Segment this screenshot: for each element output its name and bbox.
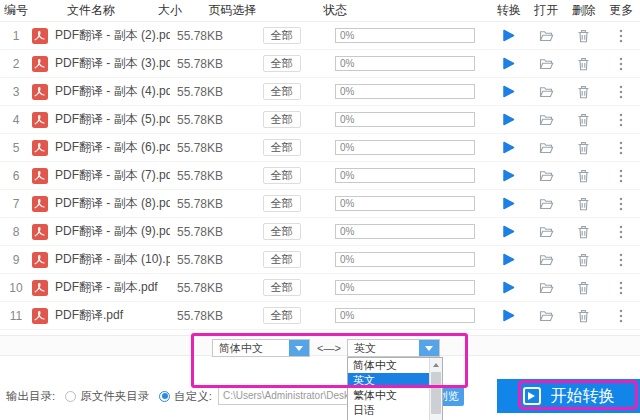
- more-button[interactable]: [603, 141, 640, 155]
- convert-button[interactable]: [490, 29, 528, 42]
- page-select-button[interactable]: 全部: [263, 55, 301, 72]
- convert-button[interactable]: [490, 253, 528, 266]
- dropdown-option[interactable]: 日语: [348, 403, 429, 418]
- more-button[interactable]: [603, 85, 640, 99]
- more-button[interactable]: [603, 57, 640, 71]
- folder-open-icon: [539, 309, 554, 322]
- page-select-button[interactable]: 全部: [263, 279, 301, 296]
- more-button[interactable]: [603, 169, 640, 183]
- more-button[interactable]: [603, 113, 640, 127]
- table-row[interactable]: 8 PDF翻译 - 副本 (9).pdf 55.78KB 全部 0%: [0, 218, 640, 246]
- trash-icon: [577, 57, 590, 71]
- open-button[interactable]: [528, 197, 566, 210]
- scroll-up-button[interactable]: [430, 358, 442, 371]
- page-select-button[interactable]: 全部: [263, 251, 301, 268]
- delete-button[interactable]: [565, 85, 603, 99]
- page-select-button[interactable]: 全部: [263, 27, 301, 44]
- table-row[interactable]: 9 PDF翻译 - 副本 (10).pdf 55.78KB 全部 0%: [0, 246, 640, 274]
- row-number: 3: [0, 85, 32, 99]
- folder-open-icon: [539, 225, 554, 238]
- convert-button[interactable]: [490, 197, 528, 210]
- open-button[interactable]: [528, 57, 566, 70]
- open-button[interactable]: [528, 309, 566, 322]
- page-select-button[interactable]: 全部: [263, 111, 301, 128]
- table-row[interactable]: 7 PDF翻译 - 副本 (8).pdf 55.78KB 全部 0%: [0, 190, 640, 218]
- table-row[interactable]: 11 PDF翻译.pdf 55.78KB 全部 0%: [0, 302, 640, 330]
- source-language-dropdown-button[interactable]: [289, 340, 309, 356]
- delete-button[interactable]: [565, 309, 603, 323]
- play-icon: [502, 29, 515, 42]
- convert-button[interactable]: [490, 281, 528, 294]
- open-button[interactable]: [528, 169, 566, 182]
- convert-button[interactable]: [490, 169, 528, 182]
- more-button[interactable]: [603, 309, 640, 323]
- delete-button[interactable]: [565, 29, 603, 43]
- convert-button[interactable]: [490, 141, 528, 154]
- radio-custom-folder-label: 自定义:: [174, 389, 212, 404]
- more-button[interactable]: [603, 281, 640, 295]
- scrollbar-thumb[interactable]: [431, 372, 441, 414]
- target-language-select[interactable]: 英文: [347, 339, 440, 357]
- play-icon: [502, 197, 515, 210]
- convert-button[interactable]: [490, 57, 528, 70]
- header-open: 打开: [528, 2, 566, 19]
- more-ellipsis-icon: [619, 309, 623, 323]
- more-button[interactable]: [603, 253, 640, 267]
- table-row[interactable]: 4 PDF翻译 - 副本 (5).pdf 55.78KB 全部 0%: [0, 106, 640, 134]
- open-button[interactable]: [528, 253, 566, 266]
- folder-open-icon: [539, 169, 554, 182]
- dropdown-option[interactable]: 简体中文: [348, 358, 429, 373]
- file-name: PDF翻译 - 副本 (10).pdf: [55, 251, 170, 268]
- open-button[interactable]: [528, 281, 566, 294]
- table-row[interactable]: 2 PDF翻译 - 副本 (3).pdf 55.78KB 全部 0%: [0, 50, 640, 78]
- convert-button[interactable]: [490, 113, 528, 126]
- delete-button[interactable]: [565, 253, 603, 267]
- folder-open-icon: [539, 141, 554, 154]
- table-row[interactable]: 5 PDF翻译 - 副本 (6).pdf 55.78KB 全部 0%: [0, 134, 640, 162]
- source-language-value: 简体中文: [213, 340, 289, 356]
- open-button[interactable]: [528, 29, 566, 42]
- table-row[interactable]: 6 PDF翻译 - 副本 (7).pdf 55.78KB 全部 0%: [0, 162, 640, 190]
- table-row[interactable]: 10 PDF翻译 - 副本.pdf 55.78KB 全部 0%: [0, 274, 640, 302]
- open-button[interactable]: [528, 113, 566, 126]
- radio-original-folder[interactable]: [65, 391, 76, 402]
- open-button[interactable]: [528, 85, 566, 98]
- delete-button[interactable]: [565, 57, 603, 71]
- source-language-select[interactable]: 简体中文: [212, 339, 310, 357]
- dropdown-option[interactable]: 繁体中文: [348, 388, 429, 403]
- open-button[interactable]: [528, 225, 566, 238]
- more-button[interactable]: [603, 29, 640, 43]
- dropdown-scrollbar[interactable]: [429, 358, 442, 420]
- convert-button[interactable]: [490, 85, 528, 98]
- delete-button[interactable]: [565, 197, 603, 211]
- file-size: 55.78KB: [170, 85, 230, 99]
- radio-custom-folder[interactable]: [159, 391, 170, 402]
- target-language-dropdown-button[interactable]: [419, 340, 439, 356]
- pdf-file-icon: [32, 112, 48, 128]
- more-button[interactable]: [603, 225, 640, 239]
- file-name: PDF翻译 - 副本 (4).pdf: [55, 83, 170, 100]
- table-row[interactable]: 3 PDF翻译 - 副本 (4).pdf 55.78KB 全部 0%: [0, 78, 640, 106]
- convert-button[interactable]: [490, 225, 528, 238]
- delete-button[interactable]: [565, 169, 603, 183]
- page-select-button[interactable]: 全部: [263, 139, 301, 156]
- page-select-button[interactable]: 全部: [263, 223, 301, 240]
- delete-button[interactable]: [565, 225, 603, 239]
- more-ellipsis-icon: [619, 57, 623, 71]
- dropdown-option[interactable]: 英文: [348, 373, 429, 388]
- table-row[interactable]: 1 PDF翻译 - 副本 (2).pdf 55.78KB 全部 0%: [0, 22, 640, 50]
- file-size: 55.78KB: [170, 197, 230, 211]
- start-convert-button[interactable]: 开始转换: [497, 379, 640, 413]
- page-select-button[interactable]: 全部: [263, 83, 301, 100]
- progress-bar: 0%: [335, 168, 475, 183]
- more-button[interactable]: [603, 197, 640, 211]
- page-select-button[interactable]: 全部: [263, 195, 301, 212]
- delete-button[interactable]: [565, 141, 603, 155]
- delete-button[interactable]: [565, 281, 603, 295]
- page-select-button[interactable]: 全部: [263, 307, 301, 324]
- open-button[interactable]: [528, 141, 566, 154]
- convert-button[interactable]: [490, 309, 528, 322]
- page-select-button[interactable]: 全部: [263, 167, 301, 184]
- file-name: PDF翻译 - 副本.pdf: [55, 279, 158, 296]
- delete-button[interactable]: [565, 113, 603, 127]
